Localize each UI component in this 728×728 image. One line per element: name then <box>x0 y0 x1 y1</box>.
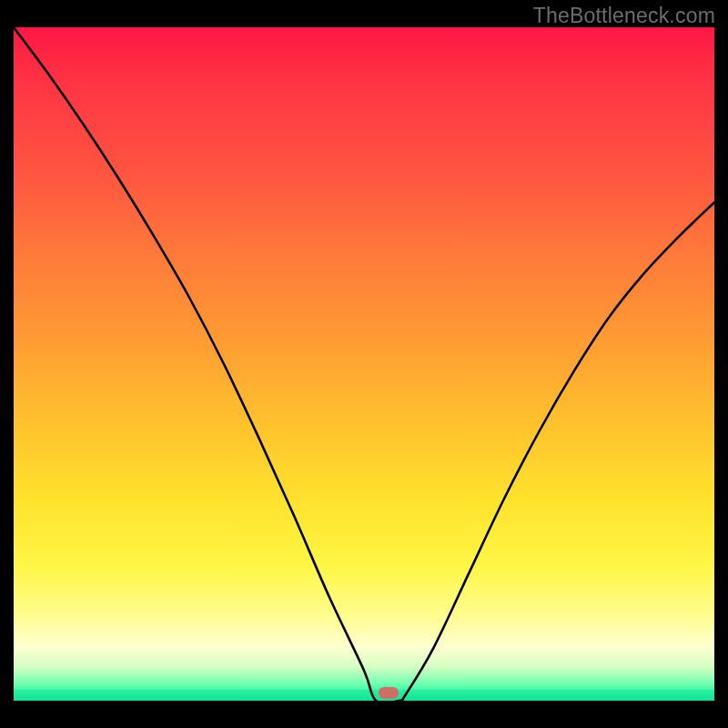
bottleneck-curve <box>14 27 714 701</box>
current-config-marker <box>379 687 399 699</box>
plot-area <box>14 27 714 701</box>
watermark-text: TheBottleneck.com <box>533 4 715 28</box>
bottom-black-border <box>14 701 714 728</box>
chart-frame: TheBottleneck.com <box>0 0 728 728</box>
curve-path <box>14 27 714 701</box>
